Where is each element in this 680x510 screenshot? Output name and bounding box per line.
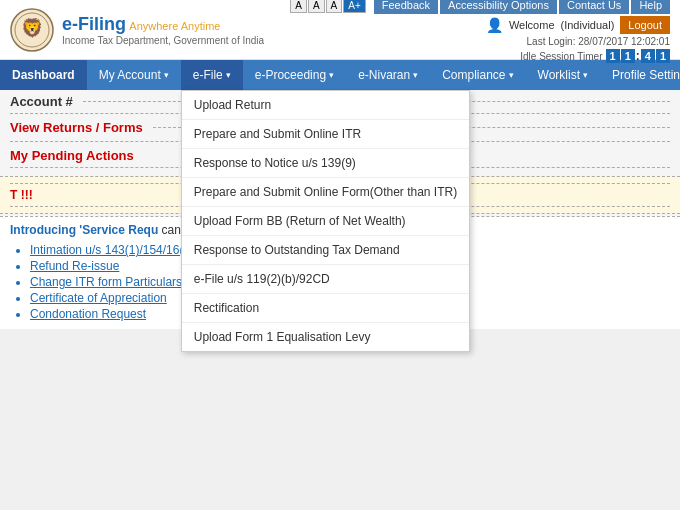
font-small-btn[interactable]: A [290,0,307,13]
session-info: 👤 Welcome (Individual) Logout [486,16,670,34]
contact-btn[interactable]: Contact Us [559,0,629,14]
efile-dropdown: Upload Return Prepare and Submit Online … [181,90,470,352]
menu-response-tax-demand[interactable]: Response to Outstanding Tax Demand [182,236,469,265]
header-right: A A A A+ Feedback Accessibility Options … [290,0,670,63]
enivaran-arrow-icon: ▾ [413,70,418,80]
welcome-icon: 👤 [486,17,503,33]
font-xlarge-btn[interactable]: A+ [343,0,366,13]
last-login: Last Login: 28/07/2017 12:02:01 [527,36,670,47]
menu-upload-form-bb[interactable]: Upload Form BB (Return of Net Wealth) [182,207,469,236]
logo-area: 🦁 e-Filing Anywhere Anytime Income Tax D… [10,8,264,52]
font-large-btn[interactable]: A [326,0,343,13]
alert-text: T !!! [10,188,33,202]
nav-profile-settings[interactable]: Profile Settings ▾ [600,60,680,90]
logo-text: e-Filing Anywhere Anytime Income Tax Dep… [62,14,264,46]
compliance-arrow-icon: ▾ [509,70,514,80]
svg-text:🦁: 🦁 [21,17,44,39]
menu-upload-form1[interactable]: Upload Form 1 Equalisation Levy [182,323,469,351]
feedback-btn[interactable]: Feedback [374,0,438,14]
view-returns-link[interactable]: View Returns / Forms [10,120,143,135]
service-intro-highlight: Introducing 'Service Requ [10,223,158,237]
pending-actions-link[interactable]: My Pending Actions [10,148,134,163]
nav-worklist[interactable]: Worklist ▾ [526,60,600,90]
nav-my-account[interactable]: My Account ▾ [87,60,181,90]
accessibility-btn[interactable]: Accessibility Options [440,0,557,14]
font-size-controls: A A A A+ [290,0,366,13]
menu-prepare-submit-itr[interactable]: Prepare and Submit Online ITR [182,120,469,149]
worklist-arrow-icon: ▾ [583,70,588,80]
nav-eproceeding[interactable]: e-Proceeding ▾ [243,60,346,90]
account-label: Account # [10,94,73,109]
navbar: Dashboard My Account ▾ e-File ▾ Upload R… [0,60,680,90]
eproceeding-arrow-icon: ▾ [329,70,334,80]
nav-dashboard[interactable]: Dashboard [0,60,87,90]
user-type: (Individual) [561,19,615,31]
nav-compliance[interactable]: Compliance ▾ [430,60,525,90]
logout-btn[interactable]: Logout [620,16,670,34]
header: 🦁 e-Filing Anywhere Anytime Income Tax D… [0,0,680,60]
efile-arrow-icon: ▾ [226,70,231,80]
my-account-arrow-icon: ▾ [164,70,169,80]
menu-prepare-submit-form[interactable]: Prepare and Submit Online Form(Other tha… [182,178,469,207]
menu-response-notice[interactable]: Response to Notice u/s 139(9) [182,149,469,178]
logo-brand: e-Filing Anywhere Anytime [62,14,264,35]
emblem-icon: 🦁 [10,8,54,52]
nav-enivaran[interactable]: e-Nivaran ▾ [346,60,430,90]
menu-upload-return[interactable]: Upload Return [182,91,469,120]
welcome-text: Welcome [509,19,555,31]
menu-efile-119[interactable]: e-File u/s 119(2)(b)/92CD [182,265,469,294]
nav-efile[interactable]: e-File ▾ Upload Return Prepare and Submi… [181,60,243,90]
menu-rectification[interactable]: Rectification [182,294,469,323]
logo-subtitle: Income Tax Department, Government of Ind… [62,35,264,46]
help-btn[interactable]: Help [631,0,670,14]
font-medium-btn[interactable]: A [308,0,325,13]
header-top-links: A A A A+ Feedback Accessibility Options … [290,0,670,14]
